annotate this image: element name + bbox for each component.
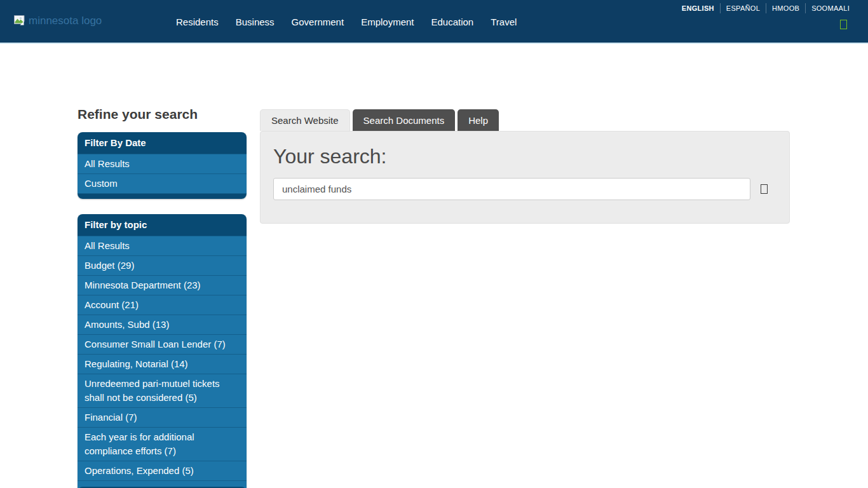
topic-filter-all-results[interactable]: All Results xyxy=(78,236,247,255)
search-icon[interactable] xyxy=(840,20,847,29)
nav-item-employment[interactable]: Employment xyxy=(355,13,420,31)
language-hmoob[interactable]: HMOOB xyxy=(766,3,805,13)
tab-help[interactable]: Help xyxy=(458,109,499,131)
nav-item-travel[interactable]: Travel xyxy=(484,13,523,31)
topic-filter-minnesota-department[interactable]: Minnesota Department (23) xyxy=(78,275,247,295)
search-panel: Your search: xyxy=(260,131,790,224)
filter-by-topic-header: Filter by topic xyxy=(78,214,247,236)
tab-search-documents[interactable]: Search Documents xyxy=(353,109,456,131)
topic-filter-account[interactable]: Account (21) xyxy=(78,295,247,315)
language-bar: ENGLISH ESPAÑOL HMOOB SOOMAALI xyxy=(676,3,855,13)
topic-filter-each-year-compliance[interactable]: Each year is for additional compliance e… xyxy=(78,427,247,461)
filter-by-topic-panel: Filter by topic All Results Budget (29) … xyxy=(78,214,247,488)
topic-filter-budget[interactable]: Budget (29) xyxy=(78,255,247,275)
logo-alt-text: minnesota logo xyxy=(29,15,102,27)
topic-filter-operations-expended[interactable]: Operations, Expended (5) xyxy=(78,461,247,480)
topic-filter-financial[interactable]: Financial (7) xyxy=(78,407,247,427)
logo-link[interactable]: minnesota logo xyxy=(13,14,102,27)
language-english[interactable]: ENGLISH xyxy=(676,3,720,13)
nav-item-education[interactable]: Education xyxy=(425,13,480,31)
topic-filter-amounts-subd[interactable]: Amounts, Subd (13) xyxy=(78,315,247,334)
broken-image-icon xyxy=(13,14,26,27)
your-search-heading: Your search: xyxy=(273,145,776,168)
topic-filter-unredeemed-pari-mutuel[interactable]: Unredeemed pari-mutuel tickets shall not… xyxy=(78,374,247,407)
nav-item-business[interactable]: Business xyxy=(229,13,281,31)
search-submit-icon[interactable] xyxy=(761,184,768,194)
topic-filter-consumer-small-loan-lender[interactable]: Consumer Small Loan Lender (7) xyxy=(78,334,247,354)
refine-title: Refine your search xyxy=(78,107,247,122)
main-nav: Residents Business Government Employment… xyxy=(170,0,527,44)
search-row xyxy=(273,178,776,200)
date-filter-all-results[interactable]: All Results xyxy=(78,154,247,173)
nav-item-residents[interactable]: Residents xyxy=(170,13,225,31)
language-espanol[interactable]: ESPAÑOL xyxy=(720,3,766,13)
search-tabs: Search Website Search Documents Help xyxy=(260,109,790,131)
refine-sidebar: Refine your search Filter By Date All Re… xyxy=(78,107,247,488)
top-navbar: minnesota logo Residents Business Govern… xyxy=(0,0,868,44)
search-main: Search Website Search Documents Help You… xyxy=(260,109,790,224)
filter-by-date-panel: Filter By Date All Results Custom xyxy=(78,132,247,199)
date-filter-custom[interactable]: Custom xyxy=(78,173,247,193)
panel-bottom-cap xyxy=(78,193,247,199)
tab-search-website[interactable]: Search Website xyxy=(260,109,350,131)
language-soomaali[interactable]: SOOMAALI xyxy=(805,3,855,13)
topic-filter-regulating-notarial[interactable]: Regulating, Notarial (14) xyxy=(78,354,247,374)
page: minnesota logo Residents Business Govern… xyxy=(0,0,868,488)
filter-by-date-header: Filter By Date xyxy=(78,132,247,154)
search-input[interactable] xyxy=(273,178,750,200)
nav-item-government[interactable]: Government xyxy=(285,13,351,31)
